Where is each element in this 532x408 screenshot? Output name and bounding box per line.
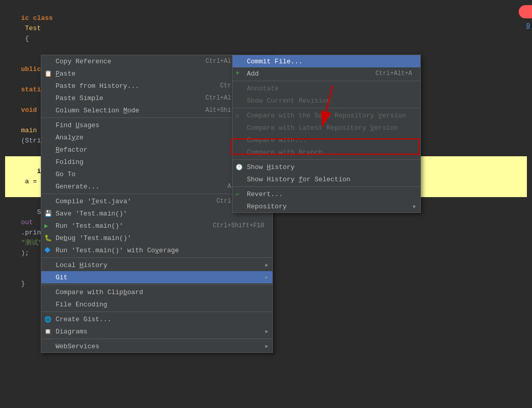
menu-run[interactable]: ▶ Run 'Test.main()' Ctrl+Shift+F10	[41, 220, 272, 232]
menu-debug[interactable]: 🐛 Debug 'Test.main()'	[41, 232, 272, 244]
code-editor: ic class Test { ublic static void main (…	[0, 0, 532, 56]
divider-3	[41, 257, 272, 258]
paste-icon: 📋	[44, 70, 52, 78]
error-badge	[519, 5, 532, 18]
annotation-arrow	[317, 81, 378, 142]
diagrams-icon: 🔲	[44, 328, 52, 335]
code-line-1: ic class Test {	[5, 3, 527, 54]
divider-6	[41, 339, 272, 339]
coverage-icon: 🔷	[44, 247, 50, 253]
svg-line-1	[322, 86, 333, 127]
menu-diagrams[interactable]: 🔲 Diagrams ▶	[41, 325, 272, 338]
submenu-show-history[interactable]: 🕐 Show History	[233, 161, 420, 173]
submenu-arrow: ▶	[413, 203, 416, 209]
git-divider-4	[233, 186, 420, 187]
menu-webservices[interactable]: WebServices ▶	[41, 340, 272, 352]
menu-git[interactable]: Git ▶	[41, 271, 272, 283]
gist-icon: 🌐	[44, 316, 52, 323]
error-link[interactable]: 0	[526, 22, 530, 30]
history-icon: 🕐	[236, 164, 243, 171]
save-icon: 💾	[44, 210, 52, 218]
submenu-add[interactable]: + Add Ctrl+Alt+A	[233, 67, 420, 80]
run-icon: ▶	[44, 222, 48, 230]
add-icon: +	[236, 70, 239, 77]
revert-icon: ↩	[236, 191, 239, 198]
menu-file-encoding[interactable]: File Encoding	[41, 298, 272, 310]
submenu-arrow: ▶	[265, 328, 268, 334]
submenu-show-history-selection[interactable]: Show History for Selection	[233, 173, 420, 185]
submenu-arrow: ▶	[265, 262, 268, 268]
submenu-repository[interactable]: Repository ▶	[233, 200, 420, 212]
divider-5	[41, 311, 272, 312]
menu-compare-clipboard[interactable]: Compare with Clipboard	[41, 286, 272, 298]
divider-4	[41, 284, 272, 285]
menu-run-coverage[interactable]: 🔷 Run 'Test.main()' with Coverage	[41, 244, 272, 256]
menu-create-gist[interactable]: 🌐 Create Gist...	[41, 313, 272, 325]
git-divider-3	[233, 159, 420, 160]
compare-icon: ⚖	[236, 112, 239, 119]
menu-local-history[interactable]: Local History ▶	[41, 259, 272, 271]
submenu-arrow: ▶	[265, 274, 268, 280]
submenu-revert[interactable]: ↩ Revert...	[233, 188, 420, 200]
submenu-arrow: ▶	[265, 343, 268, 349]
debug-icon: 🐛	[44, 234, 52, 242]
submenu-commit-file[interactable]: Commit File...	[233, 55, 420, 67]
submenu-compare-branch: Compare with Branch...	[233, 146, 420, 158]
